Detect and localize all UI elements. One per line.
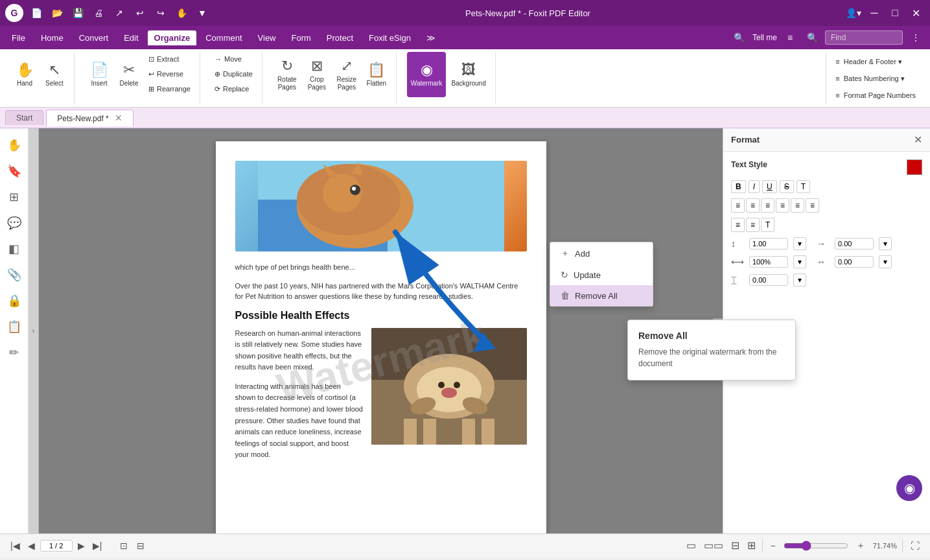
align-left-button[interactable]: ≡ (731, 198, 745, 213)
menu-edit[interactable]: Edit (117, 30, 145, 45)
duplicate-button[interactable]: ⊕ Duplicate (211, 67, 257, 81)
menu-convert[interactable]: Convert (73, 30, 115, 45)
rearrange-button[interactable]: ⊞ Rearrange (145, 82, 194, 96)
sidebar-icon-comment[interactable]: 💬 (3, 211, 26, 235)
baseline-input[interactable] (749, 274, 788, 286)
background-button[interactable]: 🖼 Background (447, 52, 489, 97)
zoom-out-button[interactable]: − (768, 539, 778, 552)
minimize-button[interactable]: ─ (865, 4, 883, 22)
account-button[interactable]: 👤▾ (844, 4, 863, 22)
foxit-ai-button[interactable]: ◉ (896, 475, 922, 501)
menu-organize[interactable]: Organize (148, 30, 197, 45)
next-page-button[interactable]: ▶ (75, 539, 87, 552)
maximize-button[interactable]: □ (886, 4, 904, 22)
indent-dropdown[interactable]: ▾ (879, 237, 892, 250)
rotate-pages-button[interactable]: ↻ RotatePages (273, 52, 301, 97)
char-space-dropdown[interactable]: ▾ (879, 255, 892, 268)
right-panel-close-button[interactable]: ✕ (914, 134, 922, 146)
resize-pages-button[interactable]: ⤢ ResizePages (332, 52, 361, 97)
align-right-button[interactable]: ≡ (761, 198, 774, 213)
indent-input[interactable] (835, 238, 874, 250)
search-ribbon-button[interactable]: 🔍 (730, 29, 749, 47)
sidebar-icon-attach[interactable]: 📎 (3, 263, 26, 286)
zoom-in-button[interactable]: ＋ (854, 539, 868, 553)
more-options-button[interactable]: ⋮ (907, 29, 925, 47)
numbered-list-button[interactable]: ≡ (746, 218, 760, 232)
customize-ribbon-button[interactable]: ≡ (781, 29, 799, 47)
color-swatch[interactable] (907, 159, 922, 175)
menu-home[interactable]: Home (34, 30, 70, 45)
crop-pages-button[interactable]: ⊠ CropPages (303, 52, 331, 97)
hand-tool-button[interactable]: ✋ (172, 4, 191, 22)
text-insert-button[interactable]: T (761, 218, 774, 232)
menu-comment[interactable]: Comment (199, 30, 248, 45)
menu-foxiteSign[interactable]: Foxit eSign (362, 30, 417, 45)
fit-width-button[interactable]: ⊟ (134, 539, 147, 552)
menu-protect[interactable]: Protect (320, 30, 360, 45)
sidebar-icon-form-data[interactable]: 📋 (3, 315, 26, 338)
select-button[interactable]: ↖ Select (40, 52, 69, 97)
format-page-numbers-button[interactable]: ≡ Format Page Numbers (831, 89, 920, 101)
dropdown-item-add[interactable]: ＋ Add (550, 242, 653, 264)
dropdown-item-update[interactable]: ↻ Update (550, 264, 653, 285)
page-select-input[interactable] (40, 540, 73, 552)
menu-file[interactable]: File (5, 30, 32, 45)
expand-left-panel-button[interactable]: › (29, 128, 39, 533)
find-button[interactable]: 🔍 (803, 29, 821, 47)
share-button[interactable]: ↗ (110, 4, 128, 22)
line-spacing-input[interactable] (749, 238, 788, 250)
sidebar-icon-pages[interactable]: ⊞ (3, 185, 26, 209)
line-spacing-dropdown[interactable]: ▾ (793, 237, 806, 250)
extract-button[interactable]: ⊡ Extract (145, 52, 194, 66)
fullscreen-button[interactable]: ⛶ (908, 539, 922, 552)
flatten-button[interactable]: 📋 Flatten (362, 52, 391, 97)
tab-close-button[interactable]: ✕ (115, 113, 122, 123)
hand-button[interactable]: ✋ Hand (10, 52, 39, 97)
tab-start[interactable]: Start (5, 110, 43, 125)
align-dist2-button[interactable]: ≡ (806, 198, 819, 213)
sidebar-icon-layers[interactable]: ◧ (3, 237, 26, 261)
save-button[interactable]: 💾 (69, 4, 87, 22)
prev-page-button[interactable]: ◀ (25, 539, 38, 552)
bold-button[interactable]: B (731, 180, 746, 193)
last-page-button[interactable]: ▶| (90, 539, 105, 552)
zoom-slider[interactable] (784, 541, 848, 551)
bates-numbering-button[interactable]: ≡ Bates Numbering ▾ (831, 73, 920, 85)
insert-button[interactable]: 📄 Insert (85, 52, 113, 97)
undo-button[interactable]: ↩ (131, 4, 149, 22)
text-size-button[interactable]: T (796, 180, 810, 193)
bullet-list-button[interactable]: ≡ (731, 218, 745, 232)
align-center-button[interactable]: ≡ (746, 198, 760, 213)
header-footer-button[interactable]: ≡ Header & Footer ▾ (831, 56, 920, 68)
app-icon[interactable]: G (5, 4, 23, 22)
sidebar-icon-hand[interactable]: ✋ (3, 134, 26, 157)
underline-button[interactable]: U (762, 180, 777, 193)
reverse-button[interactable]: ↩ Reverse (145, 67, 194, 81)
fit-page-button[interactable]: ⊡ (117, 539, 130, 552)
new-file-button[interactable]: 📄 (27, 4, 45, 22)
print-button[interactable]: 🖨 (89, 4, 108, 22)
scale-input[interactable] (749, 256, 788, 268)
menu-more[interactable]: ≫ (420, 30, 442, 45)
sidebar-icon-bookmark[interactable]: 🔖 (3, 159, 26, 183)
dropdown-item-remove-all[interactable]: 🗑 Remove All (550, 285, 653, 306)
move-button[interactable]: → Move (211, 52, 257, 66)
dropdown-arrow-button[interactable]: ▼ (193, 4, 211, 22)
char-space-input[interactable] (835, 256, 874, 268)
double-page-view-button[interactable]: ▭▭ (703, 538, 725, 553)
redo-button[interactable]: ↪ (152, 4, 170, 22)
open-file-button[interactable]: 📂 (48, 4, 66, 22)
menu-form[interactable]: Form (285, 30, 318, 45)
align-dist-button[interactable]: ≡ (791, 198, 804, 213)
menu-view[interactable]: View (251, 30, 283, 45)
delete-button[interactable]: ✂ Delete (115, 52, 143, 97)
scale-dropdown[interactable]: ▾ (793, 255, 806, 268)
scroll-view-button[interactable]: ⊟ (730, 538, 741, 553)
first-page-button[interactable]: |◀ (8, 539, 23, 552)
watermark-button[interactable]: ◉ Watermark (407, 52, 447, 97)
find-input[interactable] (825, 30, 903, 45)
sidebar-icon-security[interactable]: 🔒 (3, 289, 26, 312)
close-button[interactable]: ✕ (907, 4, 925, 22)
align-justify-button[interactable]: ≡ (776, 198, 789, 213)
replace-button[interactable]: ⟳ Replace (211, 82, 257, 96)
